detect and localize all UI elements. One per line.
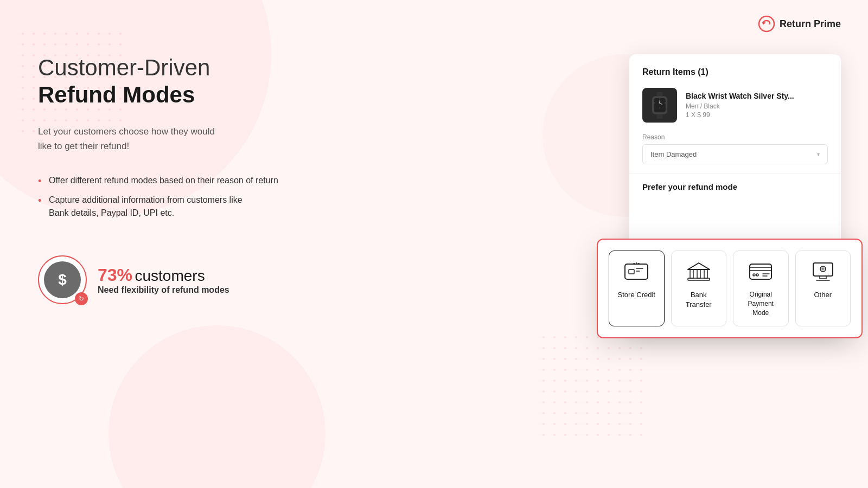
- store-credit-label: Store Credit: [618, 290, 655, 300]
- stats-section: $ ↻ 73% customers Need flexibility of re…: [38, 255, 320, 304]
- svg-rect-8: [654, 98, 666, 113]
- product-info: Black Wrist Watch Silver Sty... Men / Bl…: [686, 92, 828, 119]
- bank-transfer-label: Bank Transfer: [678, 290, 720, 310]
- bullet-list: Offer different refund modes based on th…: [38, 171, 320, 223]
- refund-option-store-credit[interactable]: Store Credit: [609, 251, 665, 326]
- store-credit-icon: [624, 262, 648, 284]
- refund-option-original-payment[interactable]: OriginalPaymentMode: [733, 251, 789, 326]
- svg-rect-24: [750, 264, 771, 279]
- svg-rect-22: [704, 269, 707, 278]
- reason-section: Reason Item Damaged ▾: [642, 133, 828, 164]
- dollar-icon: $: [58, 271, 67, 288]
- stats-percent: 73%: [98, 265, 132, 285]
- logo-icon: [758, 15, 775, 33]
- product-image: [642, 88, 677, 123]
- svg-point-27: [756, 274, 758, 276]
- refund-mode-card: Store Credit Bank Transfer: [597, 239, 863, 338]
- card-title: Return Items (1): [642, 67, 828, 77]
- product-item: Black Wrist Watch Silver Sty... Men / Bl…: [642, 88, 828, 123]
- svg-point-12: [659, 99, 660, 100]
- product-variant: Men / Black: [686, 102, 828, 110]
- svg-rect-17: [629, 269, 634, 274]
- reason-dropdown[interactable]: Item Damaged ▾: [642, 144, 828, 164]
- svg-marker-19: [688, 263, 710, 269]
- refund-option-other[interactable]: Other: [795, 251, 851, 326]
- svg-rect-21: [697, 269, 700, 278]
- svg-point-4: [759, 16, 774, 31]
- svg-rect-25: [750, 267, 771, 271]
- dropdown-arrow-icon: ▾: [817, 151, 820, 157]
- svg-point-15: [665, 102, 666, 104]
- logo: Return Prime: [758, 15, 841, 33]
- product-price: 1 X $ 99: [686, 111, 828, 119]
- stats-line2: Need flexibility of refund modes: [98, 285, 229, 295]
- refund-options: Store Credit Bank Transfer: [609, 251, 851, 326]
- other-icon: [811, 262, 835, 284]
- svg-rect-6: [656, 114, 663, 119]
- svg-point-13: [659, 107, 660, 108]
- svg-point-11: [659, 102, 661, 104]
- svg-rect-3: [542, 336, 651, 445]
- stats-customers: customers: [135, 267, 205, 284]
- heading-light: Customer-Driven: [38, 54, 320, 81]
- other-label: Other: [814, 290, 832, 300]
- product-name: Black Wrist Watch Silver Sty...: [686, 92, 828, 100]
- watch-svg: [646, 92, 673, 119]
- svg-point-14: [654, 102, 655, 104]
- dot-pattern-bottomright: [542, 336, 651, 445]
- bullet-item-1: Offer different refund modes based on th…: [38, 171, 320, 190]
- arrow-badge: ↻: [75, 292, 88, 305]
- description: Let your customers choose how they would…: [38, 124, 320, 153]
- reason-label: Reason: [642, 133, 828, 141]
- logo-text: Return Prime: [780, 18, 841, 30]
- original-payment-icon: [749, 262, 773, 284]
- svg-rect-31: [820, 276, 826, 279]
- svg-point-26: [753, 274, 755, 276]
- svg-rect-23: [688, 278, 710, 280]
- refund-option-bank-transfer[interactable]: Bank Transfer: [671, 251, 727, 326]
- left-content: Customer-Driven Refund Modes Let your cu…: [38, 54, 320, 304]
- stats-text: 73% customers Need flexibility of refund…: [98, 265, 229, 295]
- stats-circle-inner: $: [44, 261, 81, 298]
- bullet-item-2: Capture additional information from cust…: [38, 190, 320, 223]
- refund-mode-label: Prefer your refund mode: [642, 182, 828, 191]
- right-panel: Return Items (1): [629, 54, 841, 337]
- svg-rect-20: [690, 269, 693, 278]
- stats-circle: $ ↻: [38, 255, 87, 304]
- refund-mode-section: Prefer your refund mode: [629, 173, 841, 191]
- stats-line1: 73% customers: [98, 265, 229, 285]
- bank-transfer-icon: [687, 262, 711, 284]
- original-payment-label: OriginalPaymentMode: [748, 290, 774, 317]
- heading-bold: Refund Modes: [38, 81, 320, 108]
- svg-rect-5: [656, 92, 663, 96]
- reason-value: Item Damaged: [650, 150, 697, 158]
